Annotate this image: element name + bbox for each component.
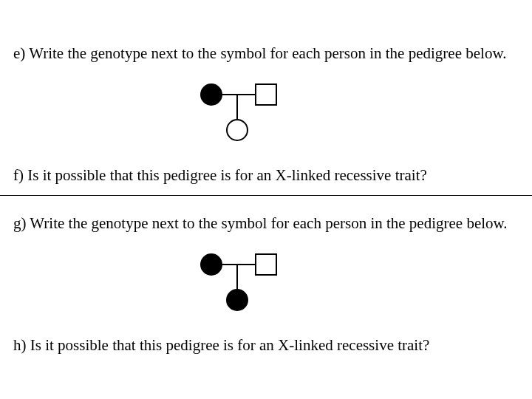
father-symbol <box>256 84 276 105</box>
pedigree-diagram-g <box>197 253 285 319</box>
father-symbol <box>256 254 276 275</box>
divider <box>0 195 532 196</box>
child-symbol <box>227 120 248 140</box>
question-g: g) Write the genotype next to the symbol… <box>13 214 519 233</box>
pedigree-diagram-e <box>197 83 285 149</box>
mother-symbol <box>201 84 222 105</box>
question-h: h) Is it possible that this pedigree is … <box>13 336 519 355</box>
child-symbol <box>227 290 248 310</box>
question-e: e) Write the genotype next to the symbol… <box>13 44 519 63</box>
question-f: f) Is it possible that this pedigree is … <box>13 166 519 185</box>
mother-symbol <box>201 254 222 275</box>
worksheet-page: e) Write the genotype next to the symbol… <box>0 0 532 399</box>
